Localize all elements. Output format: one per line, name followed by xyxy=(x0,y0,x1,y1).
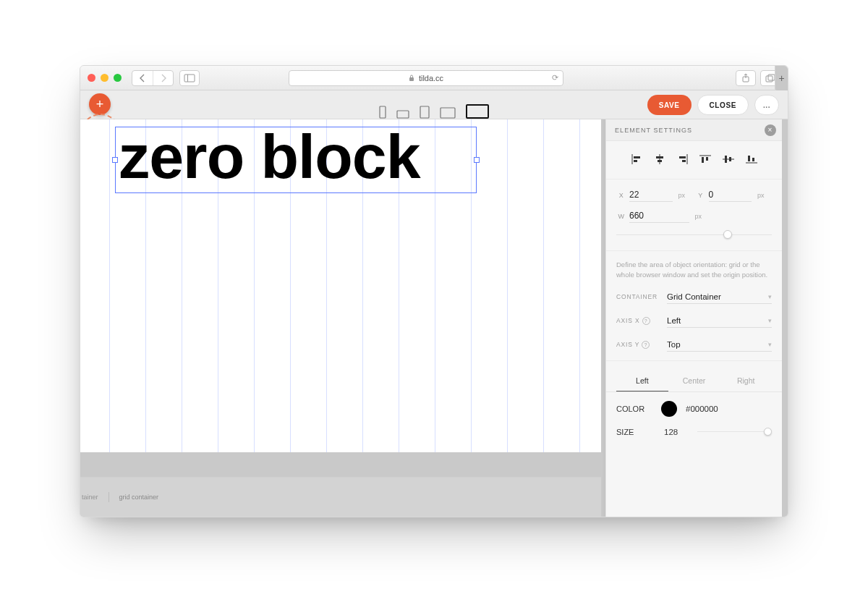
window-maximize-icon[interactable] xyxy=(114,74,122,82)
width-slider[interactable] xyxy=(657,230,772,240)
x-label: X xyxy=(616,192,626,199)
sidebar-toggle-button[interactable] xyxy=(179,70,200,86)
align-left-icon[interactable] xyxy=(629,153,644,166)
close-label: CLOSE xyxy=(710,101,736,109)
nav-back-forward xyxy=(132,70,174,86)
tab-center[interactable]: Center xyxy=(668,370,720,391)
device-tablet-portrait[interactable] xyxy=(420,106,430,119)
svg-rect-23 xyxy=(706,157,708,161)
more-label: ... xyxy=(763,101,770,109)
svg-rect-28 xyxy=(748,156,750,161)
device-tablet-landscape[interactable] xyxy=(440,107,456,119)
svg-rect-19 xyxy=(679,156,686,158)
traffic-lights xyxy=(88,74,122,82)
browser-window: tilda.cc ⟳ + + SAVE CLOSE ... xyxy=(80,65,788,517)
svg-rect-13 xyxy=(634,156,640,158)
align-center-v-icon[interactable] xyxy=(721,153,736,166)
svg-rect-16 xyxy=(656,156,663,158)
svg-rect-11 xyxy=(467,105,488,118)
svg-rect-20 xyxy=(682,160,686,162)
resize-handle-left[interactable] xyxy=(112,157,118,163)
grid-guide xyxy=(543,119,544,452)
svg-rect-14 xyxy=(634,160,637,162)
footer-grid-container: grid container xyxy=(119,494,159,501)
text-align-tabs: Left Center Right xyxy=(606,370,782,392)
axis-x-select[interactable]: Left ▾ xyxy=(667,314,772,328)
align-section xyxy=(606,141,782,179)
address-url: tilda.cc xyxy=(419,74,443,82)
svg-rect-22 xyxy=(702,157,704,163)
size-slider[interactable] xyxy=(697,427,772,437)
device-desktop[interactable] xyxy=(466,104,489,119)
color-swatch[interactable] xyxy=(661,401,677,417)
element-settings-panel: ELEMENT SETTINGS × X 22 px Y xyxy=(605,119,782,517)
w-label: W xyxy=(616,213,626,220)
color-label: COLOR xyxy=(616,405,652,413)
canvas-footer: tainer grid container xyxy=(80,477,601,517)
resize-handle-right[interactable] xyxy=(474,157,480,163)
tab-right[interactable]: Right xyxy=(720,370,772,391)
svg-rect-17 xyxy=(658,160,662,162)
align-bottom-icon[interactable] xyxy=(744,153,759,166)
slider-knob[interactable] xyxy=(723,230,732,239)
axis-y-select[interactable]: Top ▾ xyxy=(667,338,772,352)
panel-title: ELEMENT SETTINGS xyxy=(615,127,692,134)
device-mobile-landscape[interactable] xyxy=(396,110,409,119)
svg-rect-8 xyxy=(397,111,409,118)
help-icon[interactable]: ? xyxy=(642,341,650,349)
window-minimize-icon[interactable] xyxy=(101,74,109,82)
origin-section: Define the area of object orientation: g… xyxy=(606,251,782,361)
save-button[interactable]: SAVE xyxy=(647,95,692,115)
grid-guide xyxy=(109,119,110,452)
save-label: SAVE xyxy=(659,101,680,109)
axis-x-label: AXIS X? xyxy=(616,317,667,325)
reload-icon[interactable]: ⟳ xyxy=(552,73,558,82)
svg-rect-26 xyxy=(729,157,731,161)
nav-back-button[interactable] xyxy=(132,71,153,85)
selected-element[interactable]: zero block xyxy=(115,127,477,193)
container-value: Grid Container xyxy=(667,292,721,301)
w-input[interactable]: 660 xyxy=(629,209,689,223)
device-mobile-small[interactable] xyxy=(379,106,386,119)
grid-guide xyxy=(579,119,580,452)
slider-knob[interactable] xyxy=(764,428,772,436)
x-unit: px xyxy=(678,192,693,199)
svg-rect-5 xyxy=(766,76,773,82)
share-button[interactable] xyxy=(736,70,756,86)
w-unit: px xyxy=(695,213,710,220)
footer-separator xyxy=(109,492,109,502)
x-input[interactable]: 22 xyxy=(629,188,673,202)
help-icon[interactable]: ? xyxy=(642,317,650,325)
nav-forward-button[interactable] xyxy=(153,71,173,85)
svg-rect-25 xyxy=(725,156,727,163)
size-label: SIZE xyxy=(616,428,652,436)
align-center-h-icon[interactable] xyxy=(652,153,667,166)
svg-rect-0 xyxy=(184,75,195,82)
position-section: X 22 px Y 0 px W 660 px xyxy=(606,179,782,251)
container-select[interactable]: Grid Container ▾ xyxy=(667,290,772,304)
browser-titlebar: tilda.cc ⟳ + xyxy=(80,66,788,90)
new-tab-button[interactable]: + xyxy=(775,66,788,90)
chevron-down-icon: ▾ xyxy=(768,293,772,300)
typography-section: Left Center Right COLOR #000000 SIZE 128 xyxy=(606,361,782,446)
design-canvas[interactable]: /*placeholder*/ zero block xyxy=(80,119,601,452)
y-label: Y xyxy=(696,192,706,199)
panel-close-button[interactable]: × xyxy=(765,124,776,136)
axis-x-value: Left xyxy=(667,316,681,325)
align-right-icon[interactable] xyxy=(676,153,690,166)
canvas-text[interactable]: zero block xyxy=(116,127,476,187)
close-button[interactable]: CLOSE xyxy=(697,95,749,115)
window-close-icon[interactable] xyxy=(88,74,95,82)
grid-guide xyxy=(507,119,508,452)
chevron-down-icon: ▾ xyxy=(768,341,772,348)
color-value[interactable]: #000000 xyxy=(686,405,718,413)
align-top-icon[interactable] xyxy=(698,153,712,166)
add-element-button[interactable]: + xyxy=(89,93,111,115)
tab-left[interactable]: Left xyxy=(616,370,668,391)
y-unit: px xyxy=(757,192,772,199)
size-value[interactable]: 128 xyxy=(664,428,686,436)
y-input[interactable]: 0 xyxy=(709,188,752,202)
address-bar[interactable]: tilda.cc ⟳ xyxy=(289,70,563,86)
more-button[interactable]: ... xyxy=(754,95,779,115)
container-label: CONTAINER xyxy=(616,293,667,300)
